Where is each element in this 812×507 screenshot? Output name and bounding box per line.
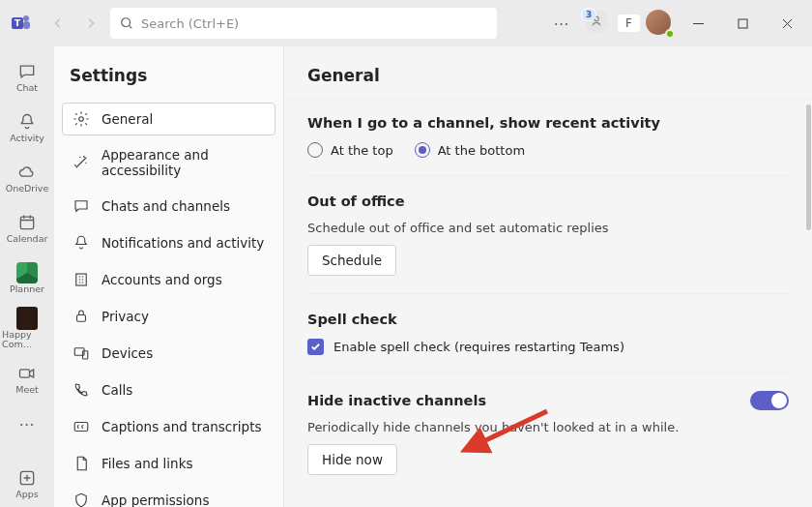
wand-icon [72,154,90,171]
rail-meet[interactable]: Meet [2,354,52,403]
rail-calendar[interactable]: Calendar [2,203,52,252]
settings-item-files-links[interactable]: Files and links [62,447,276,480]
settings-nav: Settings General Appearance and accessib… [54,46,284,507]
schedule-button[interactable]: Schedule [307,245,396,276]
shield-icon [72,492,90,507]
rail-label: Apps [15,490,39,499]
search-box[interactable] [110,8,497,39]
teams-logo-icon: T [10,12,33,35]
phone-icon [72,381,90,399]
org-presence-button[interactable]: 3 [585,10,612,37]
calendar-icon [16,212,38,233]
spell-check-checkbox-row[interactable]: Enable spell check (requires restarting … [307,339,789,355]
gear-icon [72,110,90,128]
radio-dot-icon [415,142,430,158]
out-of-office-heading: Out of office [307,194,789,209]
nav-back-button[interactable] [44,10,72,37]
settings-item-captions[interactable]: Captions and transcripts [62,410,276,443]
search-icon [120,16,133,30]
radio-at-bottom[interactable]: At the bottom [415,142,525,158]
svg-point-10 [79,117,84,122]
bell-icon [72,234,90,252]
rail-label: Chat [16,83,38,93]
section-divider [307,175,789,176]
settings-item-label: Calls [102,382,132,398]
settings-content: General When I go to a channel, show rec… [284,46,812,507]
recent-activity-radio-group: At the top At the bottom [307,142,789,158]
settings-title: Settings [62,66,276,99]
recent-activity-heading: When I go to a channel, show recent acti… [307,115,789,131]
settings-item-label: Notifications and activity [102,235,264,251]
devices-icon [72,344,90,362]
titlebar-more-button[interactable]: ⋯ [544,6,579,41]
building-icon [72,271,90,288]
radio-dot-icon [307,142,323,158]
content-scroll[interactable]: When I go to a channel, show recent acti… [284,100,812,507]
settings-item-label: Appearance and accessibility [102,147,265,178]
search-input[interactable] [141,16,487,31]
profile-avatar-button[interactable] [646,10,673,37]
svg-rect-15 [74,423,88,432]
hide-inactive-desc: Periodically hide channels you haven't l… [307,420,789,434]
settings-item-chats-channels[interactable]: Chats and channels [62,190,276,223]
rail-onedrive[interactable]: OneDrive [2,153,52,201]
presence-count-badge: 3 [581,8,596,21]
cc-icon [72,418,90,435]
settings-item-label: Captions and transcripts [102,419,261,434]
settings-item-devices[interactable]: Devices [62,337,276,370]
window-maximize-button[interactable] [723,8,762,39]
rail-label: Planner [10,284,44,294]
settings-item-accounts[interactable]: Accounts and orgs [62,263,276,296]
checkbox-checked-icon [307,339,324,355]
settings-item-privacy[interactable]: Privacy [62,300,276,333]
radio-label: At the top [331,143,393,158]
radio-at-top[interactable]: At the top [307,142,393,158]
cloud-icon [16,162,38,183]
lock-icon [72,308,90,325]
nav-forward-button[interactable] [77,10,104,37]
hide-now-button[interactable]: Hide now [307,444,397,475]
app-rail: Chat Activity OneDrive Calendar Planner … [0,46,54,507]
title-bar: T ⋯ 3 F [0,0,812,46]
svg-rect-11 [76,274,87,285]
svg-point-4 [122,18,130,27]
rail-apps[interactable]: Apps [2,459,52,507]
checkbox-label: Enable spell check (requires restarting … [334,340,624,354]
svg-rect-6 [739,19,747,28]
scrollbar-thumb[interactable] [806,104,811,230]
settings-item-label: Devices [102,345,153,361]
settings-item-calls[interactable]: Calls [62,373,276,406]
apps-add-icon [16,467,38,489]
hide-inactive-toggle[interactable] [750,391,789,410]
svg-rect-12 [77,315,86,322]
section-divider [307,293,789,294]
settings-item-label: General [102,111,153,127]
rail-happy-com[interactable]: Happy Com… [2,304,52,352]
settings-item-notifications[interactable]: Notifications and activity [62,226,276,259]
settings-item-general[interactable]: General [62,103,276,135]
rail-planner[interactable]: Planner [2,254,52,302]
file-icon [72,455,90,472]
settings-item-app-permissions[interactable]: App permissions [62,484,276,507]
spell-check-heading: Spell check [307,312,789,327]
account-initial-chip[interactable]: F [618,15,640,32]
window-minimize-button[interactable] [679,8,717,39]
window-close-button[interactable] [768,8,806,39]
page-title: General [284,46,812,100]
settings-item-label: Privacy [102,309,149,324]
settings-item-label: App permissions [102,492,209,507]
svg-rect-8 [20,370,30,377]
section-divider [307,373,789,373]
svg-point-2 [23,15,29,21]
settings-item-label: Accounts and orgs [102,272,222,287]
out-of-office-desc: Schedule out of office and set automatic… [307,221,789,235]
rail-more-button[interactable]: ⋯ [2,404,52,443]
settings-item-appearance[interactable]: Appearance and accessibility [62,139,276,186]
rail-activity[interactable]: Activity [2,103,52,151]
rail-chat[interactable]: Chat [2,52,52,101]
settings-item-label: Chats and channels [102,198,230,214]
chat-icon [72,197,90,215]
rail-label: Meet [15,385,39,395]
bell-icon [16,111,38,133]
chat-icon [16,61,38,82]
